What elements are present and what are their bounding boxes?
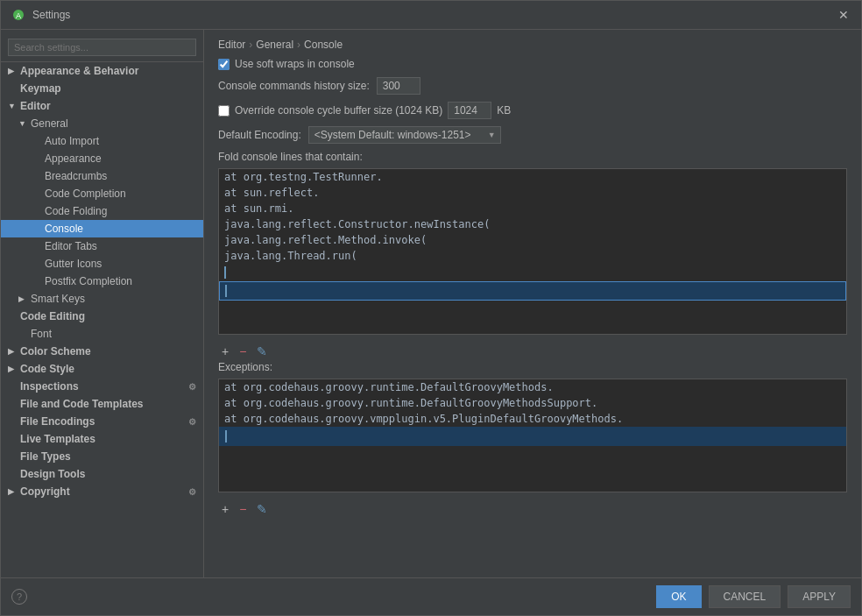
sidebar-item-live-templates[interactable]: Live Templates xyxy=(1,430,203,448)
repo-icon: ⚙ xyxy=(188,417,196,427)
fold-list[interactable]: at org.testng.TestRunner. at sun.reflect… xyxy=(219,169,846,334)
sidebar-item-file-types[interactable]: File Types xyxy=(1,448,203,465)
svg-text:A: A xyxy=(16,11,21,20)
sidebar-item-color-scheme[interactable]: ▶ Color Scheme xyxy=(1,343,203,360)
cycle-buffer-size-input[interactable] xyxy=(448,102,491,119)
sidebar-item-auto-import[interactable]: Auto Import xyxy=(1,132,203,150)
exceptions-label: Exceptions: xyxy=(218,361,847,373)
sidebar-item-breadcrumbs[interactable]: Breadcrumbs xyxy=(1,167,203,185)
arrow-icon xyxy=(8,452,17,461)
search-input[interactable] xyxy=(8,39,196,56)
fold-list-item: java.lang.reflect.Method.invoke( xyxy=(219,232,846,248)
soft-wraps-row: Use soft wraps in console xyxy=(218,58,847,70)
close-button[interactable]: ✕ xyxy=(837,8,851,22)
soft-wraps-checkbox[interactable] xyxy=(218,59,230,70)
exceptions-list-container: at org.codehaus.groovy.runtime.DefaultGr… xyxy=(218,379,847,492)
arrow-icon: ▶ xyxy=(8,347,17,356)
sidebar-item-postfix-completion[interactable]: Postfix Completion xyxy=(1,273,203,290)
arrow-icon xyxy=(32,154,41,163)
sidebar-item-copyright[interactable]: ▶ Copyright ⚙ xyxy=(1,483,203,500)
fold-list-item: java.lang.reflect.Constructor.newInstanc… xyxy=(219,216,846,232)
sidebar-item-editor[interactable]: ▼ Editor xyxy=(1,97,203,115)
exception-list-item: at org.codehaus.groovy.runtime.DefaultGr… xyxy=(219,379,846,395)
arrow-icon xyxy=(32,172,41,181)
title-bar: A Settings ✕ xyxy=(1,1,861,30)
arrow-icon xyxy=(8,312,17,321)
exceptions-remove-button[interactable]: − xyxy=(236,503,250,515)
arrow-icon xyxy=(32,224,41,233)
arrow-icon: ▶ xyxy=(8,365,17,373)
bottom-right: OK CANCEL APPLY xyxy=(656,585,851,608)
sidebar-item-code-folding[interactable]: Code Folding xyxy=(1,202,203,220)
arrow-icon: ▼ xyxy=(8,102,17,110)
fold-list-item: at sun.reflect. xyxy=(219,185,846,201)
fold-section-label: Fold console lines that contain: xyxy=(218,151,847,163)
arrow-icon xyxy=(32,189,41,198)
main-panel: Editor › General › Console Use soft wrap… xyxy=(204,30,861,577)
override-buffer-row: Override console cycle buffer size (1024… xyxy=(218,102,847,119)
fold-edit-button[interactable]: ✎ xyxy=(253,345,271,358)
sidebar-item-general[interactable]: ▼ General xyxy=(1,115,203,132)
sidebar-item-editor-tabs[interactable]: Editor Tabs xyxy=(1,237,203,255)
sidebar-item-gutter-icons[interactable]: Gutter Icons xyxy=(1,255,203,273)
history-size-input[interactable] xyxy=(377,77,420,95)
encoding-select[interactable]: <System Default: windows-1251> xyxy=(308,126,501,144)
arrow-icon xyxy=(8,84,17,93)
exception-list-item-editing[interactable] xyxy=(219,427,846,446)
breadcrumb-sep1: › xyxy=(249,39,252,51)
sidebar-item-font[interactable]: Font xyxy=(1,325,203,343)
fold-list-item-editing[interactable] xyxy=(219,281,846,301)
fold-remove-button[interactable]: − xyxy=(236,345,250,358)
sidebar-item-console[interactable]: Console xyxy=(1,220,203,237)
sidebar-item-file-encodings[interactable]: File Encodings ⚙ xyxy=(1,413,203,430)
override-buffer-checkbox[interactable] xyxy=(218,105,230,117)
repo-icon: ⚙ xyxy=(188,382,196,392)
dialog-title: Settings xyxy=(32,9,837,21)
sidebar-item-appearance[interactable]: Appearance xyxy=(1,150,203,167)
ok-button[interactable]: OK xyxy=(656,585,701,608)
fold-list-item: java.lang.Thread.run( xyxy=(219,248,846,264)
apply-button[interactable]: APPLY xyxy=(788,585,851,608)
help-button[interactable]: ? xyxy=(11,589,27,605)
repo-icon: ⚙ xyxy=(188,487,196,497)
cancel-button[interactable]: CANCEL xyxy=(709,585,781,608)
sidebar: ▶ Appearance & Behavior Keymap ▼ Editor … xyxy=(1,30,204,577)
fold-list-controls: + − ✎ xyxy=(218,342,847,361)
exceptions-list[interactable]: at org.codehaus.groovy.runtime.DefaultGr… xyxy=(219,379,846,492)
bottom-bar: ? OK CANCEL APPLY xyxy=(1,577,861,615)
fold-list-item xyxy=(219,264,846,281)
history-size-label: Console commands history size: xyxy=(218,80,370,92)
arrow-icon xyxy=(8,382,17,391)
history-size-row: Console commands history size: xyxy=(218,77,847,95)
arrow-icon xyxy=(32,137,41,145)
app-icon: A xyxy=(11,8,25,22)
sidebar-item-smart-keys[interactable]: ▶ Smart Keys xyxy=(1,290,203,308)
override-buffer-label: Override console cycle buffer size (1024… xyxy=(235,104,442,117)
arrow-icon: ▶ xyxy=(18,294,27,303)
breadcrumb-console: Console xyxy=(304,39,343,51)
breadcrumb-sep2: › xyxy=(297,39,300,51)
arrow-icon: ▶ xyxy=(8,487,17,496)
default-encoding-label: Default Encoding: xyxy=(218,129,301,141)
exceptions-add-button[interactable]: + xyxy=(218,503,232,515)
sidebar-item-design-tools[interactable]: Design Tools xyxy=(1,465,203,483)
arrow-icon xyxy=(32,277,41,286)
arrow-icon xyxy=(8,470,17,478)
arrow-icon xyxy=(32,259,41,268)
sidebar-item-inspections[interactable]: Inspections ⚙ xyxy=(1,378,203,395)
arrow-icon: ▼ xyxy=(18,119,27,128)
exception-list-item: at org.codehaus.groovy.runtime.DefaultGr… xyxy=(219,395,846,411)
sidebar-item-appearance-behavior[interactable]: ▶ Appearance & Behavior xyxy=(1,62,203,80)
arrow-icon xyxy=(8,417,17,426)
arrow-icon xyxy=(32,207,41,216)
exceptions-edit-button[interactable]: ✎ xyxy=(253,503,271,515)
sidebar-item-code-completion[interactable]: Code Completion xyxy=(1,185,203,202)
sidebar-item-code-style[interactable]: ▶ Code Style xyxy=(1,360,203,378)
breadcrumb-general: General xyxy=(256,39,293,51)
sidebar-item-keymap[interactable]: Keymap xyxy=(1,80,203,97)
fold-add-button[interactable]: + xyxy=(218,345,232,358)
content-area: ▶ Appearance & Behavior Keymap ▼ Editor … xyxy=(1,30,861,577)
sidebar-item-code-editing[interactable]: Code Editing xyxy=(1,308,203,325)
fold-list-container: at org.testng.TestRunner. at sun.reflect… xyxy=(218,168,847,335)
sidebar-item-file-code-templates[interactable]: File and Code Templates xyxy=(1,395,203,413)
